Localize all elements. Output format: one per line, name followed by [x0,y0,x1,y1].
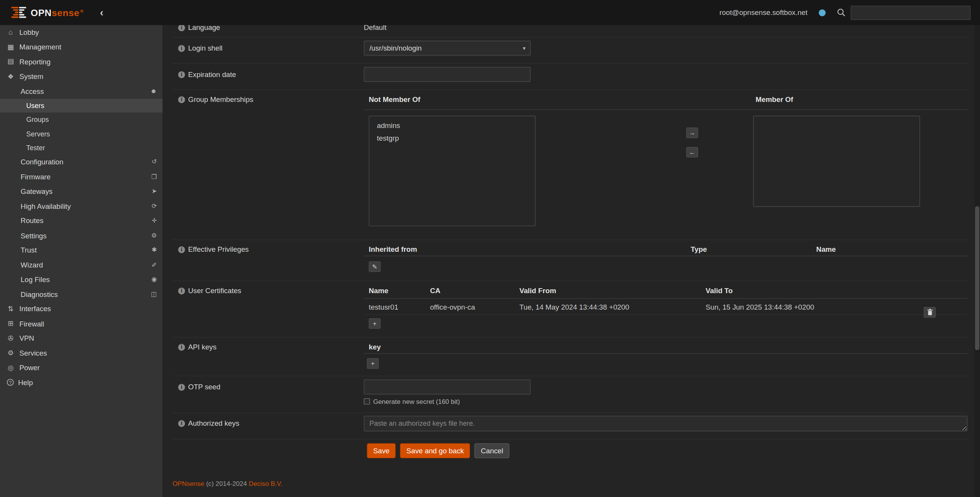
generate-secret-checkbox[interactable] [364,398,370,404]
users-group-icon: ☻ [150,88,157,94]
scrollbar[interactable] [974,25,980,497]
cert-delete-button[interactable] [924,307,936,317]
sidebar-item-reporting[interactable]: ▤Reporting [0,54,162,69]
member-listbox[interactable] [753,116,920,207]
login-shell-select[interactable]: /usr/sbin/nologin ▾ [364,41,531,56]
language-row: Language Default [172,25,967,38]
scrollbar-thumb[interactable] [975,206,979,350]
api-keys-label: API keys [188,343,216,351]
sidebar-item-users[interactable]: Users [0,98,162,113]
sidebar-item-trust[interactable]: Trust✱ [0,243,162,258]
trash-icon [927,308,933,315]
sidebar-item-settings[interactable]: Settings⚙ [0,228,162,243]
info-icon [178,246,185,253]
status-dot-icon [819,9,826,16]
expiration-date-input[interactable] [364,67,531,82]
sidebar-item-routes[interactable]: Routes✛ [0,213,162,228]
sidebar-item-interfaces[interactable]: ⇅Interfaces [0,302,162,316]
opnsense-logo-icon [11,7,26,18]
paper-plane-icon: ➤ [152,188,157,194]
member-of-header: Member Of [755,96,793,103]
authorized-keys-row: Authorized keys [172,413,967,440]
group-memberships-body: admins testgrp → ← [364,116,967,226]
opnsense-logo[interactable]: OPNsense® [11,7,84,18]
sidebar-item-configuration[interactable]: Configuration↺ [0,155,162,169]
user-certificates-row: User Certificates Name CA Valid From Val… [172,281,967,338]
sidebar-item-help[interactable]: ?Help [0,375,162,390]
expiration-date-row: Expiration date [172,64,967,90]
col-cert-valid-from: Valid From [519,287,556,295]
certificates-table-header: Name CA Valid From Valid To [364,286,967,299]
sidebar-item-power[interactable]: ◎Power [0,361,162,375]
col-cert-valid-to: Valid To [706,287,733,295]
sidebar-item-management[interactable]: ▦Management [0,40,162,54]
move-right-button[interactable]: → [686,128,698,138]
group-option[interactable]: testgrp [369,132,535,144]
save-and-go-back-button[interactable]: Save and go back [400,443,470,458]
reporting-chart-icon: ▤ [6,58,15,65]
footer: OPNsense (c) 2014-2024 Deciso B.V. [172,479,282,487]
header-search-input[interactable] [851,5,970,20]
language-label: Language [188,25,220,32]
language-value: Default [364,25,386,31]
copyright-text: (c) 2014-2024 [206,479,247,487]
cert-name: testusr01 [369,303,398,310]
power-icon: ◎ [6,364,15,371]
sidebar-item-services[interactable]: ⚙Services [0,346,162,360]
add-api-key-button[interactable]: + [367,358,379,369]
move-left-button[interactable]: ← [686,147,698,157]
sidebar-item-log-files[interactable]: Log Files◉ [0,272,162,287]
sidebar-item-groups[interactable]: Groups [0,113,162,127]
routes-icon: ✛ [152,218,157,224]
search-icon[interactable] [837,8,846,17]
col-key: key [369,343,381,351]
edit-privileges-button[interactable]: ✎ [369,261,381,272]
sidebar-item-tester[interactable]: Tester [0,141,162,155]
not-member-of-header: Not Member Of [369,96,420,103]
user-edit-form: Language Default Login shell /usr/sbin/n… [172,25,967,464]
sidebar-item-diagnostics[interactable]: Diagnostics◫ [0,287,162,302]
plus-icon: + [371,361,375,367]
certificate-table-row: testusr01 office-ovpn-ca Tue, 14 May 202… [364,299,967,315]
arrow-right-icon: → [689,130,695,136]
sidebar-item-high-availability[interactable]: High Availability⟳ [0,199,162,213]
sidebar-item-firewall[interactable]: ⊞Firewall [0,316,162,331]
info-icon [178,384,185,391]
firmware-book-icon: ❐ [151,174,157,180]
app-header: OPNsense® ‹ root@opnsense.softbox.net [0,0,980,25]
sidebar-item-firmware[interactable]: Firmware❐ [0,169,162,184]
not-member-listbox[interactable]: admins testgrp [369,116,536,226]
camera-icon: ◫ [151,291,157,297]
authorized-keys-textarea[interactable] [364,416,967,431]
sidebar-collapse-icon[interactable]: ‹ [100,7,103,18]
sidebar-item-lobby[interactable]: ⌂Lobby [0,25,162,39]
deciso-footer-link[interactable]: Deciso B.V. [249,479,282,487]
logo-text: OPNsense® [31,7,84,18]
sidebar: ⌂Lobby ▦Management ▤Reporting ❖System Ac… [0,25,162,497]
info-icon [178,25,185,31]
sidebar-item-vpn[interactable]: ✇VPN [0,331,162,346]
cancel-button[interactable]: Cancel [475,443,510,458]
group-option[interactable]: admins [369,120,535,132]
cert-valid-from: Tue, 14 May 2024 13:44:38 +0200 [519,303,629,310]
info-icon [178,344,185,351]
sidebar-item-system[interactable]: ❖System [0,69,162,84]
chevron-down-icon: ▾ [523,45,526,51]
add-certificate-button[interactable]: + [369,318,381,329]
header-right: root@opnsense.softbox.net [719,5,971,20]
group-memberships-row: Group Memberships Not Member Of Member O… [172,90,967,240]
info-icon [178,45,185,52]
sidebar-item-servers[interactable]: Servers [0,126,162,141]
expiration-date-label: Expiration date [188,71,236,79]
otp-seed-input[interactable] [364,379,531,394]
col-cert-name: Name [369,287,388,295]
main-content: Language Default Login shell /usr/sbin/n… [162,25,980,497]
sidebar-item-gateways[interactable]: Gateways➤ [0,184,162,198]
group-memberships-header: Not Member Of Member Of [364,95,967,110]
form-actions-row: Save Save and go back Cancel [172,440,967,464]
sidebar-item-access[interactable]: Access☻ [0,84,162,98]
save-button[interactable]: Save [367,443,396,458]
logged-in-user[interactable]: root@opnsense.softbox.net [719,9,808,16]
sidebar-item-wizard[interactable]: Wizard✐ [0,258,162,272]
opnsense-footer-link[interactable]: OPNsense [172,479,204,487]
